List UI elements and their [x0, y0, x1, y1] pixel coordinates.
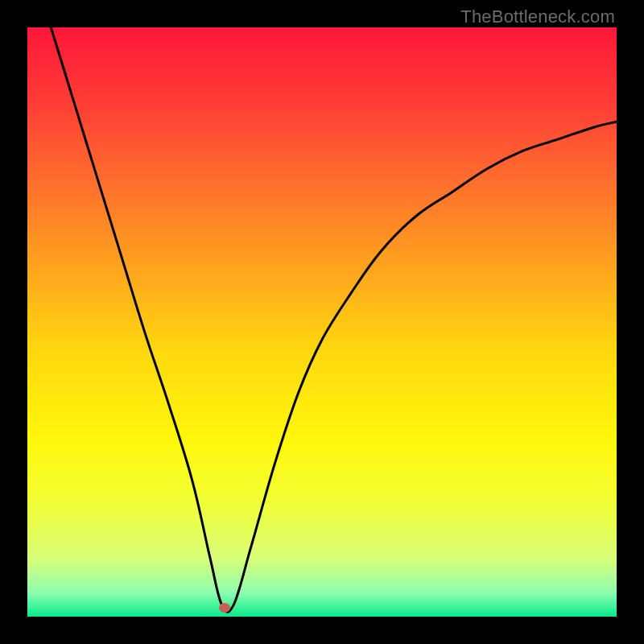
- minimum-marker: [219, 603, 230, 613]
- plot-area: [27, 27, 617, 617]
- bottleneck-curve: [27, 27, 617, 617]
- watermark-text: TheBottleneck.com: [460, 6, 615, 27]
- chart-canvas: TheBottleneck.com: [0, 0, 644, 644]
